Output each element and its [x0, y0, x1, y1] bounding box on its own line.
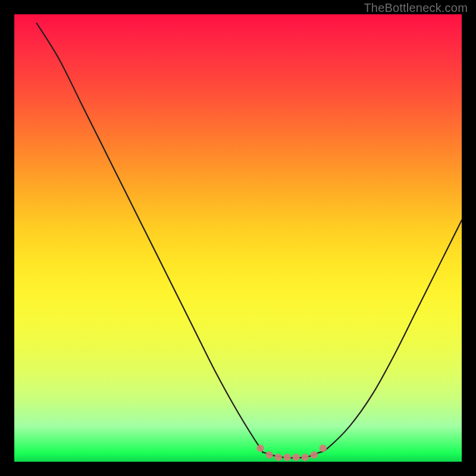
- bottleneck-curve: [37, 23, 462, 458]
- marker-c: [284, 453, 291, 461]
- marker-right-shoulder: [320, 444, 327, 452]
- plot-area: [14, 14, 462, 462]
- chart-svg: [14, 14, 462, 462]
- marker-left-shoulder: [256, 444, 264, 452]
- marker-a: [265, 452, 273, 459]
- watermark-text: TheBottleneck.com: [364, 1, 468, 15]
- marker-f: [311, 452, 318, 459]
- marker-d: [293, 453, 300, 461]
- marker-e: [302, 453, 309, 461]
- marker-b: [274, 453, 281, 461]
- chart-frame: TheBottleneck.com: [0, 0, 476, 476]
